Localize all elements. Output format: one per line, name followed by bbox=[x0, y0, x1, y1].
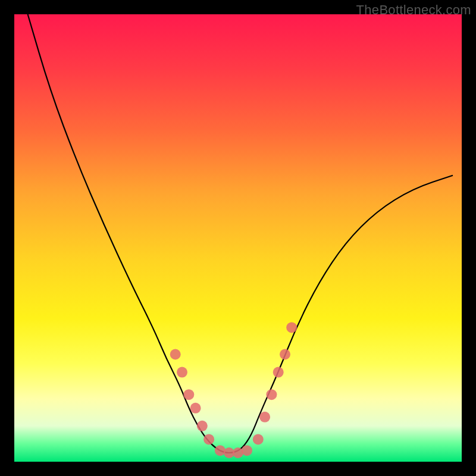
highlight-dot bbox=[190, 403, 201, 414]
highlight-dot bbox=[259, 412, 270, 422]
highlight-dot bbox=[266, 389, 277, 400]
highlight-dot bbox=[177, 367, 187, 378]
watermark-text: TheBottleneck.com bbox=[356, 2, 471, 18]
bottleneck-curve bbox=[28, 14, 453, 453]
highlight-dot bbox=[170, 349, 181, 360]
highlight-dots-group bbox=[170, 322, 298, 458]
highlight-dot bbox=[286, 322, 297, 333]
highlight-dot bbox=[280, 349, 290, 360]
highlight-dot bbox=[273, 367, 284, 378]
highlight-dot bbox=[183, 389, 194, 400]
chart-frame bbox=[14, 14, 462, 462]
highlight-dot bbox=[203, 434, 214, 444]
highlight-dot bbox=[215, 445, 226, 456]
chart-svg bbox=[14, 14, 462, 462]
highlight-dot bbox=[253, 434, 264, 444]
highlight-dot bbox=[242, 445, 252, 456]
highlight-dot bbox=[233, 447, 243, 458]
highlight-dot bbox=[197, 421, 208, 431]
